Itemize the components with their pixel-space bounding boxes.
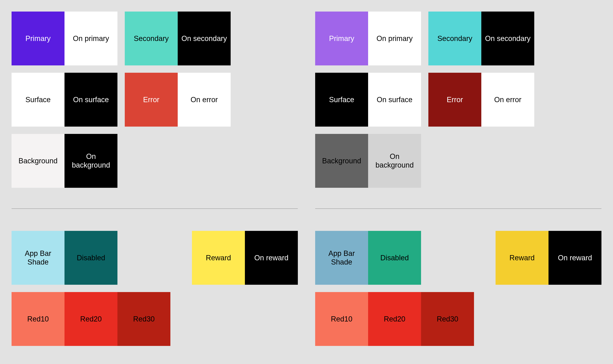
swatch-on-reward: On reward bbox=[245, 231, 298, 285]
swatch-pair-reward: Reward On reward bbox=[495, 231, 601, 285]
swatch-background: Background bbox=[315, 134, 368, 188]
swatch-error: Error bbox=[428, 73, 481, 127]
swatch-pair-secondary: Secondary On secondary bbox=[428, 12, 534, 65]
swatch-triple-reds: Red10 Red20 Red30 bbox=[12, 292, 170, 346]
section-divider bbox=[12, 208, 298, 209]
swatch-secondary: Secondary bbox=[428, 12, 481, 65]
palette-row: Red10 Red20 Red30 bbox=[12, 292, 298, 346]
palette-row: Surface On surface Error On error bbox=[315, 73, 601, 127]
palette-row: Surface On surface Error On error bbox=[12, 73, 298, 127]
swatch-red10: Red10 bbox=[315, 292, 368, 346]
palette-page: Primary On primary Secondary On secondar… bbox=[0, 0, 613, 364]
swatch-disabled: Disabled bbox=[368, 231, 421, 285]
swatch-on-background: On background bbox=[368, 134, 421, 188]
section-divider bbox=[315, 208, 601, 209]
swatch-secondary: Secondary bbox=[125, 12, 178, 65]
swatch-on-primary: On primary bbox=[65, 12, 118, 65]
palette-row: App Bar Shade Disabled Reward On reward bbox=[12, 231, 298, 285]
palette-column-right: Primary On primary Secondary On secondar… bbox=[315, 12, 601, 353]
swatch-triple-reds: Red10 Red20 Red30 bbox=[315, 292, 474, 346]
swatch-red20: Red20 bbox=[368, 292, 421, 346]
swatch-pair-surface: Surface On surface bbox=[315, 73, 421, 127]
swatch-disabled: Disabled bbox=[65, 231, 118, 285]
swatch-pair-surface: Surface On surface bbox=[12, 73, 118, 127]
swatch-pair-background: Background On background bbox=[315, 134, 421, 188]
swatch-on-background: On background bbox=[65, 134, 118, 188]
swatch-red10: Red10 bbox=[12, 292, 65, 346]
swatch-pair-primary: Primary On primary bbox=[12, 12, 118, 65]
swatch-pair-error: Error On error bbox=[428, 73, 534, 127]
swatch-surface: Surface bbox=[315, 73, 368, 127]
swatch-red30: Red30 bbox=[421, 292, 474, 346]
palette-column-left: Primary On primary Secondary On secondar… bbox=[12, 12, 298, 353]
swatch-red20: Red20 bbox=[65, 292, 118, 346]
swatch-surface: Surface bbox=[12, 73, 65, 127]
palette-row: Red10 Red20 Red30 bbox=[315, 292, 601, 346]
swatch-background: Background bbox=[12, 134, 65, 188]
swatch-on-error: On error bbox=[481, 73, 534, 127]
swatch-pair-secondary: Secondary On secondary bbox=[125, 12, 231, 65]
swatch-on-surface: On surface bbox=[65, 73, 118, 127]
swatch-appbar-shade: App Bar Shade bbox=[315, 231, 368, 285]
swatch-on-secondary: On secondary bbox=[178, 12, 231, 65]
swatch-appbar-shade: App Bar Shade bbox=[12, 231, 65, 285]
swatch-primary: Primary bbox=[315, 12, 368, 65]
swatch-on-error: On error bbox=[178, 73, 231, 127]
palette-row: App Bar Shade Disabled Reward On reward bbox=[315, 231, 601, 285]
swatch-reward: Reward bbox=[495, 231, 548, 285]
palette-row: Primary On primary Secondary On secondar… bbox=[315, 12, 601, 65]
swatch-on-surface: On surface bbox=[368, 73, 421, 127]
swatch-red30: Red30 bbox=[118, 292, 170, 346]
palette-row: Primary On primary Secondary On secondar… bbox=[12, 12, 298, 65]
swatch-pair-appbar: App Bar Shade Disabled bbox=[315, 231, 421, 285]
palette-row: Background On background bbox=[315, 134, 601, 188]
swatch-on-reward: On reward bbox=[548, 231, 601, 285]
swatch-pair-reward: Reward On reward bbox=[192, 231, 298, 285]
swatch-pair-background: Background On background bbox=[12, 134, 118, 188]
swatch-error: Error bbox=[125, 73, 178, 127]
swatch-reward: Reward bbox=[192, 231, 245, 285]
swatch-pair-error: Error On error bbox=[125, 73, 231, 127]
swatch-pair-appbar: App Bar Shade Disabled bbox=[12, 231, 118, 285]
swatch-pair-primary: Primary On primary bbox=[315, 12, 421, 65]
swatch-on-secondary: On secondary bbox=[481, 12, 534, 65]
palette-row: Background On background bbox=[12, 134, 298, 188]
swatch-primary: Primary bbox=[12, 12, 65, 65]
swatch-on-primary: On primary bbox=[368, 12, 421, 65]
